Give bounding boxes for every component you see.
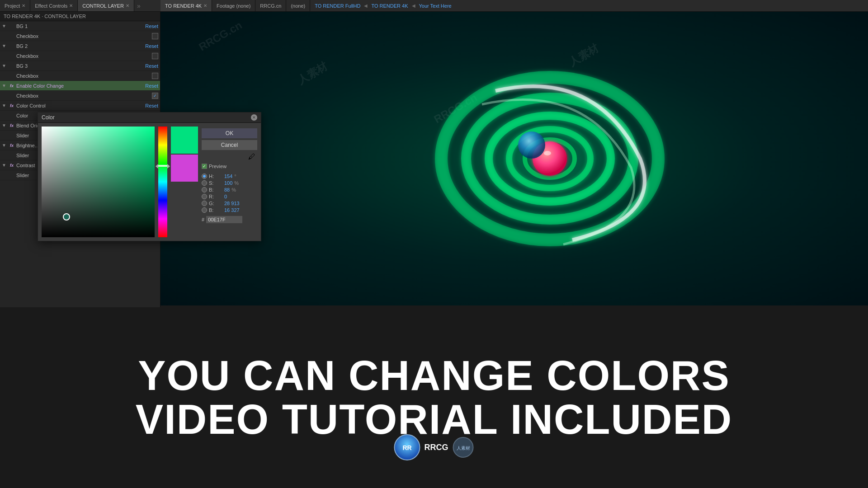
tab-rrcg-cn[interactable]: RRCG.cn xyxy=(255,0,286,11)
comp-tab-4k-close[interactable]: ✕ xyxy=(203,3,207,8)
layer-bg2-checkbox: Checkbox xyxy=(0,51,160,61)
bg1-checkbox-icon[interactable] xyxy=(152,33,158,39)
tab-effect-close[interactable]: ✕ xyxy=(69,3,73,8)
bg3-checkbox-icon[interactable] xyxy=(152,73,158,79)
dialog-body: OK Cancel 🖊 Preview H: 154 ° xyxy=(38,123,261,241)
hue-unit: ° xyxy=(234,174,236,179)
brightness-radio[interactable] xyxy=(202,187,207,192)
hue-radio[interactable] xyxy=(202,174,207,179)
color-ctrl-reset[interactable]: Reset xyxy=(145,103,158,108)
green-label: G: xyxy=(209,201,222,206)
saturation-control-row: S: 100 % xyxy=(202,180,257,186)
saturation-label: S: xyxy=(209,180,222,186)
saturation-value[interactable]: 100 xyxy=(224,180,232,186)
green-value[interactable]: 28 913 xyxy=(224,201,240,206)
layer-bg1: ▼ BG 1 Reset xyxy=(0,21,160,31)
cancel-button[interactable]: Cancel xyxy=(202,140,257,150)
brightness-icon: fx xyxy=(8,142,15,149)
green-radio[interactable] xyxy=(202,201,207,206)
tab-effect-controls[interactable]: Effect Controls ✕ xyxy=(30,0,78,11)
hue-cursor xyxy=(158,165,167,167)
enable-cc-reset[interactable]: Reset xyxy=(145,83,158,89)
comp-tab-footage-label: Footage (none) xyxy=(217,3,250,9)
hue-slider-container xyxy=(158,127,167,237)
blue-value[interactable]: 16 327 xyxy=(224,207,240,213)
preview-checkbox[interactable] xyxy=(202,164,207,169)
spiral-container xyxy=(414,46,685,272)
eyedropper-tool[interactable]: 🖊 xyxy=(248,153,255,160)
color-picker-canvas[interactable] xyxy=(42,127,155,237)
brightness-value[interactable]: 88 xyxy=(224,187,230,192)
hue-control-row: H: 154 ° xyxy=(202,174,257,179)
color-dialog: Color ✕ OK Cancel xyxy=(38,112,261,241)
enable-cc-expand[interactable]: ▼ xyxy=(2,83,7,89)
banner-line1: YOU CAN CHANGE COLORS xyxy=(136,354,732,398)
svg-text:RR: RR xyxy=(402,444,411,451)
tab-none2[interactable]: (none) xyxy=(286,0,310,11)
panel-title: TO RENDER 4K · CONTROL LAYER xyxy=(0,12,160,21)
saturation-radio[interactable] xyxy=(202,180,207,186)
tab-control-close[interactable]: ✕ xyxy=(126,3,129,8)
preview-label: Preview xyxy=(209,164,226,169)
dialog-right-panel: OK Cancel 🖊 Preview H: 154 ° xyxy=(202,127,257,237)
hue-value[interactable]: 154 xyxy=(224,174,232,179)
preview-swatches xyxy=(171,127,198,237)
blend-expand[interactable]: ▼ xyxy=(2,123,7,128)
bg2-checkbox-icon[interactable] xyxy=(152,53,158,59)
main-preview: RRCG.cn 人素材 RRCG.cn 人素材 xyxy=(160,12,868,305)
enable-cc-name: Enable Color Change xyxy=(16,83,143,89)
banner-text: YOU CAN CHANGE COLORS VIDEO TUTORIAL INC… xyxy=(136,354,732,441)
hue-arrow-right xyxy=(167,164,170,169)
comp-tab-4k-label: TO RENDER 4K xyxy=(165,3,202,9)
picker-cursor[interactable] xyxy=(63,213,70,221)
layer-enable-cc-checkbox: Checkbox xyxy=(0,91,160,101)
color-ctrl-name: Color Control xyxy=(16,103,143,108)
dialog-close-button[interactable]: ✕ xyxy=(251,114,257,121)
blue-radio[interactable] xyxy=(202,207,207,213)
preview-background: RRCG.cn 人素材 RRCG.cn 人素材 xyxy=(160,12,868,305)
red-radio[interactable] xyxy=(202,194,207,199)
swatch-new xyxy=(171,127,198,154)
tab-add[interactable]: » xyxy=(134,2,143,9)
bg1-cb-label: Checkbox xyxy=(16,33,152,39)
brightness-control-row: B: 88 % xyxy=(202,187,257,192)
contrast-icon: fx xyxy=(8,162,15,169)
bg3-reset[interactable]: Reset xyxy=(145,63,158,69)
breadcrumb-4k[interactable]: TO RENDER 4K xyxy=(371,3,408,9)
bg2-expand[interactable]: ▼ xyxy=(2,43,7,49)
tab-to-render-4k[interactable]: TO RENDER 4K ✕ xyxy=(160,0,212,11)
tab-footage-none[interactable]: Footage (none) xyxy=(212,0,255,11)
layer-bg3: ▼ BG 3 Reset xyxy=(0,61,160,71)
bg3-expand[interactable]: ▼ xyxy=(2,63,7,69)
breadcrumb-fullhd[interactable]: TO RENDER FullHD xyxy=(315,3,360,9)
bg1-reset[interactable]: Reset xyxy=(145,23,158,29)
brightness-unit: % xyxy=(231,187,236,192)
breadcrumb-your-text[interactable]: Your Text Here xyxy=(419,3,452,9)
hex-input[interactable] xyxy=(206,216,242,223)
bg1-expand[interactable]: ▼ xyxy=(2,23,7,29)
tab-control-layer[interactable]: CONTROL LAYER ✕ xyxy=(78,0,134,11)
bg2-reset[interactable]: Reset xyxy=(145,43,158,49)
tab-project-close[interactable]: ✕ xyxy=(22,3,25,8)
contrast-expand[interactable]: ▼ xyxy=(2,163,7,168)
brightness-expand[interactable]: ▼ xyxy=(2,143,7,148)
bg2-icon xyxy=(8,42,15,50)
tab-project[interactable]: Project ✕ xyxy=(0,0,30,11)
dialog-buttons: OK Cancel xyxy=(202,127,257,150)
layer-bg1-checkbox: Checkbox xyxy=(0,31,160,41)
logo-svg: RR xyxy=(394,434,421,461)
red-value[interactable]: 0 xyxy=(224,194,227,199)
enable-cc-checkbox-icon[interactable] xyxy=(152,93,158,99)
comp-tab-rrcg-label: RRCG.cn xyxy=(260,3,281,9)
color-ctrl-icon: fx xyxy=(8,102,15,109)
ok-button[interactable]: OK xyxy=(202,128,257,138)
color-controls: H: 154 ° S: 100 % B: 88 % xyxy=(202,172,257,237)
color-ctrl-expand[interactable]: ▼ xyxy=(2,103,7,108)
logo-area: RR RRCG 人素材 xyxy=(394,434,475,461)
tab-effect-label: Effect Controls xyxy=(35,3,67,9)
dialog-titlebar[interactable]: Color ✕ xyxy=(38,113,261,123)
tab-control-label: CONTROL LAYER xyxy=(82,3,124,9)
hue-strip[interactable] xyxy=(158,127,167,237)
red-label: R: xyxy=(209,194,222,199)
eyedropper-area: 🖊 xyxy=(202,153,257,161)
